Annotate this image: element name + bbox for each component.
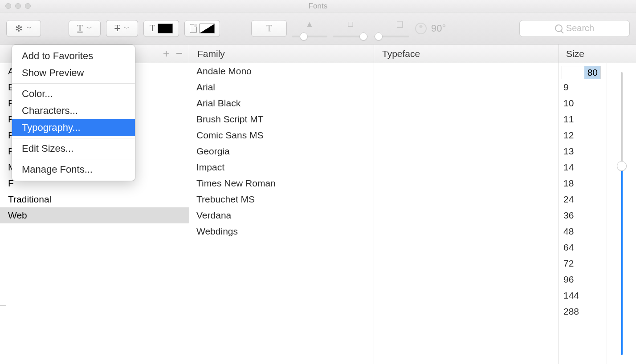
size-header: Size [559, 44, 636, 63]
size-column: 9101112131418243648647296144288 [559, 63, 636, 364]
square-outline-icon: □ [348, 20, 353, 29]
collection-item[interactable]: Traditional [8, 191, 189, 207]
size-option[interactable]: 24 [559, 191, 607, 207]
underline-button[interactable]: T ﹀ [69, 20, 101, 37]
size-option[interactable]: 11 [559, 111, 607, 127]
menu-item[interactable]: Add to Favorites [12, 48, 135, 65]
text-shadow-toggle[interactable]: T [251, 20, 287, 37]
family-item[interactable]: Brush Script MT [189, 111, 374, 127]
chevron-down-icon: ﹀ [26, 24, 33, 32]
shadow-blur-slider[interactable]: □ [331, 18, 370, 39]
slider-knob[interactable] [375, 32, 383, 40]
size-input[interactable] [562, 66, 601, 79]
text-color-button[interactable]: T [143, 20, 179, 37]
slider-fill [621, 166, 623, 355]
family-item[interactable]: Georgia [189, 143, 374, 159]
size-option[interactable]: 64 [559, 239, 607, 255]
collection-item[interactable]: Web [0, 207, 189, 223]
family-item[interactable]: Comic Sans MS [189, 127, 374, 143]
menu-separator [12, 159, 135, 159]
menu-item[interactable]: Show Preview [12, 65, 135, 81]
size-option[interactable]: 9 [559, 79, 607, 95]
shadow-sliders: ▲ □ ❏ [290, 18, 411, 39]
menu-item[interactable]: Manage Fonts... [12, 161, 135, 178]
family-item[interactable]: Verdana [189, 207, 374, 223]
action-menu-button[interactable]: ✻ ﹀ [6, 20, 41, 37]
shadow-offset-slider[interactable]: ❏ [372, 18, 411, 39]
color-swatch-black [158, 24, 173, 33]
size-option[interactable]: 18 [559, 175, 607, 191]
window-title: Fonts [0, 2, 636, 11]
size-slider[interactable] [607, 63, 636, 364]
pane-resize-handle[interactable] [0, 305, 6, 328]
square-shadow-icon: ❏ [396, 20, 404, 29]
size-option[interactable]: 144 [559, 287, 607, 303]
search-field[interactable]: Search [519, 20, 630, 37]
slider-knob[interactable] [300, 32, 308, 40]
window-titlebar: Fonts [0, 0, 636, 12]
typeface-list [374, 63, 559, 364]
remove-collection-button[interactable]: − [176, 47, 183, 61]
family-item[interactable]: Trebuchet MS [189, 191, 374, 207]
chevron-down-icon: ﹀ [86, 24, 92, 32]
gear-icon: ✻ [15, 23, 23, 34]
slider-track [621, 72, 623, 166]
toolbar: ✻ ﹀ T ﹀ T ﹀ T T ▲ □ ❏ [0, 12, 636, 44]
angle-value: 90° [431, 23, 446, 34]
window-controls [0, 3, 31, 9]
size-option[interactable]: 96 [559, 271, 607, 287]
add-collection-button[interactable]: + [163, 47, 170, 61]
text-color-icon: T [150, 23, 155, 33]
family-item[interactable]: Arial Black [189, 95, 374, 111]
page-icon [190, 24, 197, 33]
angle-dial-icon[interactable] [415, 23, 427, 34]
family-item[interactable]: Arial [189, 79, 374, 95]
menu-item[interactable]: Color... [12, 85, 135, 102]
size-option[interactable]: 288 [559, 303, 607, 320]
family-list: Andale MonoArialArial BlackBrush Script … [189, 63, 374, 364]
menu-separator [12, 138, 135, 138]
shadow-opacity-slider[interactable]: ▲ [290, 18, 329, 39]
strikethrough-icon: T [114, 23, 120, 33]
size-option[interactable]: 12 [559, 127, 607, 143]
color-swatch-diagonal [200, 24, 215, 33]
text-effect-group: T ﹀ T ﹀ T [69, 20, 220, 37]
size-option[interactable]: 10 [559, 95, 607, 111]
family-item[interactable]: Webdings [189, 223, 374, 239]
size-list: 9101112131418243648647296144288 [559, 79, 607, 364]
search-icon [555, 24, 563, 32]
size-option[interactable]: 36 [559, 207, 607, 223]
menu-item[interactable]: Characters... [12, 102, 135, 119]
family-item[interactable]: Times New Roman [189, 175, 374, 191]
chevron-down-icon: ﹀ [124, 24, 130, 32]
size-left-pane: 9101112131418243648647296144288 [559, 63, 607, 364]
slider-knob[interactable] [617, 161, 627, 171]
zoom-window-button[interactable] [25, 3, 31, 9]
size-option[interactable]: 13 [559, 143, 607, 159]
family-header: Family [189, 44, 374, 63]
size-option[interactable]: 14 [559, 159, 607, 175]
menu-item[interactable]: Edit Sizes... [12, 140, 135, 157]
underline-icon: T [77, 23, 82, 33]
typeface-header: Typeface [374, 44, 559, 63]
document-color-button[interactable] [184, 20, 220, 37]
menu-separator [12, 83, 135, 84]
family-item[interactable]: Impact [189, 159, 374, 175]
strikethrough-button[interactable]: T ﹀ [106, 20, 138, 37]
slider-knob[interactable] [359, 32, 367, 40]
menu-item[interactable]: Typography... [12, 119, 135, 136]
minimize-window-button[interactable] [15, 3, 21, 9]
shadow-t-icon: T [266, 23, 272, 33]
close-window-button[interactable] [5, 3, 11, 9]
action-menu: Add to FavoritesShow PreviewColor...Char… [12, 44, 135, 181]
size-option[interactable]: 48 [559, 223, 607, 239]
shadow-angle-control[interactable]: 90° [415, 23, 446, 34]
search-placeholder: Search [566, 23, 594, 33]
size-option[interactable]: 72 [559, 255, 607, 271]
triangle-icon: ▲ [306, 20, 314, 29]
family-item[interactable]: Andale Mono [189, 63, 374, 79]
